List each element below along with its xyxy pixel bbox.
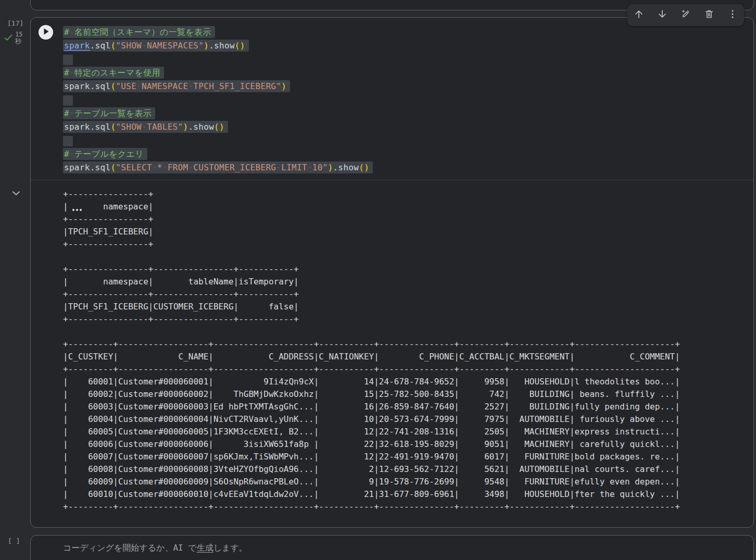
execution-status: 15秒 (3, 32, 22, 45)
code-token: # (64, 68, 69, 78)
selected-code: #·名前空間（スキーマ）の一覧を表示 (63, 26, 215, 38)
selected-code: #·特定のスキーマを使用 (63, 67, 164, 79)
check-icon (3, 32, 14, 45)
run-cell-button[interactable] (39, 25, 53, 40)
code-token: ) (328, 163, 333, 172)
code-token: · (307, 163, 312, 172)
code-line (63, 53, 745, 66)
delete-cell-button[interactable] (700, 6, 719, 24)
code-token: spark.sql (64, 163, 110, 172)
code-token: · (69, 27, 74, 37)
code-token: 10" (312, 163, 328, 172)
code-token: 名前空間（スキーマ）の一覧を表示 (74, 27, 211, 37)
code-line: spark.sql("SHOW·NAMESPACES").show() (63, 39, 745, 53)
code-token: · (188, 81, 193, 91)
move-cell-up-button[interactable] (629, 6, 648, 24)
code-line (63, 93, 745, 107)
code-token: ( (110, 41, 116, 51)
code-token: ( (110, 163, 116, 172)
code-token: () (235, 41, 245, 51)
code-placeholder: コーディングを開始するか、AI で生成します。 (63, 543, 247, 554)
code-token: spark.sql (64, 122, 110, 132)
code-token: () (214, 122, 224, 132)
code-token: # (64, 108, 69, 118)
code-token: LIMIT (281, 163, 307, 172)
code-token: ) (204, 41, 209, 51)
play-icon (43, 28, 49, 38)
more-actions-button[interactable] (723, 6, 742, 24)
code-token: FROM (168, 163, 188, 172)
code-token: .show (209, 41, 235, 51)
code-editor[interactable]: #·名前空間（スキーマ）の一覧を表示spark.sql("SHOW·NAMESP… (63, 26, 745, 175)
code-token: "SHOW (116, 122, 142, 132)
code-token: spark.sql (64, 81, 110, 91)
code-cell: #·名前空間（スキーマ）の一覧を表示spark.sql("SHOW·NAMESP… (30, 17, 754, 528)
placeholder-text: コーディングを開始するか、AI で (63, 543, 197, 553)
code-token: · (69, 149, 74, 159)
selected-blank-line (63, 95, 73, 106)
code-token: spark (64, 41, 90, 51)
code-line: spark.sql("USE·NAMESPACE·TPCH_SF1_ICEBER… (63, 80, 745, 93)
code-token: TPCH_SF1_ICEBERG" (193, 81, 281, 91)
kebab-menu-icon (727, 8, 738, 22)
edit-with-ai-button[interactable] (676, 6, 695, 24)
code-token: ) (281, 81, 286, 91)
execution-count: [17] (7, 19, 23, 27)
selected-code: #·テーブルをクエリ (63, 148, 147, 160)
code-token: TABLES" (147, 122, 183, 132)
code-token: .sql (90, 41, 111, 51)
code-line: #·名前空間（スキーマ）の一覧を表示 (63, 26, 745, 39)
selected-code: spark.sql("SHOW·TABLES").show() (63, 121, 228, 133)
code-token: .show (333, 163, 359, 172)
code-token: · (152, 163, 157, 172)
code-line: #·テーブルをクエリ (63, 147, 745, 161)
selected-blank-line (63, 136, 73, 146)
selected-code: spark.sql("SHOW·NAMESPACES").show() (63, 40, 249, 52)
execution-time: 15秒 (15, 31, 22, 45)
code-token: CUSTOMER_ICEBERG (193, 163, 276, 172)
code-token: · (142, 41, 147, 51)
code-token: テーブルをクエリ (74, 149, 144, 159)
code-token: · (69, 108, 74, 118)
code-token: テーブル一覧を表示 (74, 108, 152, 118)
code-token: 特定のスキーマを使用 (74, 68, 160, 78)
code-token: · (142, 122, 147, 132)
code-token: "SELECT (116, 163, 152, 172)
code-token: · (162, 163, 168, 172)
code-token: NAMESPACE (142, 81, 188, 91)
generate-with-ai-link[interactable]: 生成 (197, 543, 213, 553)
ai-pen-sparkle-icon (680, 8, 691, 22)
code-token: ) (183, 122, 188, 132)
code-token: "SHOW (116, 41, 142, 51)
code-token: · (188, 163, 193, 172)
code-token: · (136, 81, 142, 91)
code-line: spark.sql("SHOW·TABLES").show() (63, 120, 745, 134)
chevron-down-icon (10, 192, 22, 201)
collapse-output-button[interactable] (10, 188, 22, 199)
code-token: # (64, 149, 69, 159)
selected-code: spark.sql("SELECT·*·FROM·CUSTOMER_ICEBER… (63, 161, 373, 173)
placeholder-text-suffix: します。 (213, 543, 247, 553)
code-line: #·特定のスキーマを使用 (63, 66, 745, 80)
code-token: # (64, 27, 69, 37)
code-token: NAMESPACES" (147, 41, 204, 51)
selected-blank-line (63, 55, 73, 65)
notebook-page: { "cell": { "execution_count": "[17]", "… (0, 0, 756, 560)
code-token: ( (110, 122, 116, 132)
selected-code: spark.sql("USE·NAMESPACE·TPCH_SF1_ICEBER… (63, 80, 290, 92)
code-token: * (157, 163, 162, 172)
move-cell-down-button[interactable] (653, 6, 672, 24)
code-token: () (359, 163, 369, 172)
code-token: "USE (116, 81, 136, 91)
cell-toolbar (627, 4, 744, 26)
code-line: #·テーブル一覧を表示 (63, 107, 745, 120)
code-token: · (69, 68, 74, 78)
code-token: ( (110, 81, 116, 91)
code-token: .show (188, 122, 214, 132)
code-line (63, 134, 745, 147)
arrow-down-icon (657, 8, 668, 22)
code-token: · (276, 163, 281, 172)
trash-icon (703, 8, 715, 22)
arrow-up-icon (633, 8, 645, 22)
editor-output-divider (31, 180, 753, 180)
